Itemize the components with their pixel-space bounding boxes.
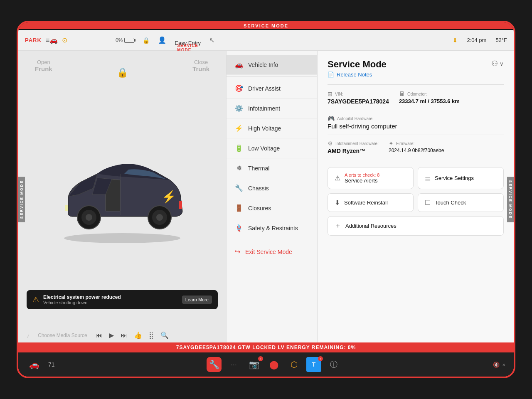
service-mode-top-banner: SERVICE MODE [18,22,514,29]
prev-track-button[interactable]: ⏮ [96,332,102,339]
service-settings-button[interactable]: ⚌ Service Settings [418,167,504,189]
menu-item-thermal[interactable]: ❄ Thermal [227,158,317,178]
document-icon: 📄 [328,71,334,78]
menu-item-low-voltage[interactable]: 🔋 Low Voltage [227,138,317,158]
menu-item-closures[interactable]: 🚪 Closures [227,198,317,218]
high-voltage-icon: ⚡ [235,124,243,132]
touch-check-button[interactable]: ☐ Touch Check [418,193,504,212]
infotainment-label: Infotainment [248,105,280,112]
media-controls: ⏮ ▶ ⏭ 👍 ⣿ 🔍 [96,331,169,339]
frunk-open-text: Open [35,59,52,65]
alerts-count: Alerts to check: 8 [345,172,379,177]
additional-resources-text: Additional Resources [345,223,397,229]
temp-display: 52°F [495,37,507,43]
svg-point-0 [64,233,180,243]
taskbar-center: 🔧 ··· 📷 ! ⬤ ⬡ T ! ⓘ [207,357,341,372]
taskbar-info-button[interactable]: ⓘ [326,357,341,372]
service-alerts-button[interactable]: ⚠ Alerts to check: 8 Service Alerts [328,167,414,189]
play-button[interactable]: ▶ [109,331,114,339]
menu-item-chassis[interactable]: 🔧 Chassis [227,178,317,198]
service-alerts-text: Alerts to check: 8 Service Alerts [345,172,379,184]
autopilot-block: 🎮 Autopilot Hardware: Full self-driving … [328,115,504,130]
exit-service-mode-button[interactable]: ↪ Exit Service Mode [227,242,317,261]
autopilot-label: 🎮 Autopilot Hardware: [328,115,504,122]
music-icon: ♪ [27,332,30,339]
touch-check-text: Touch Check [435,200,466,206]
vin-block: ⊞ VIN: 7SAYGDEE5PA178024 [328,91,389,105]
chassis-label: Chassis [248,185,269,192]
equalizer-button[interactable]: ⣿ [149,331,154,339]
firmware-icon: ✦ [389,140,394,147]
infotainment-icon: ⚙️ [235,104,243,112]
record-icon: ⬤ [269,360,278,369]
entry-icon: ↖ [209,36,214,44]
menu-item-safety-restraints[interactable]: 🪢 Safety & Restraints [227,218,317,238]
alert-banner: ⚠ Electrical system power reduced Vehicl… [27,290,218,309]
firmware-label: ✦ Firmware: [389,140,444,147]
driver-assist-label: Driver Assist [248,85,281,92]
taskbar-camera-button[interactable]: 📷 ! [246,357,261,372]
frunk-label: Open Frunk [35,59,52,72]
software-reinstall-text: Software Reinstall [344,200,388,206]
alerts-icon: ⚠ [335,174,340,182]
taskbar-wrench-button[interactable]: 🔧 [207,357,222,372]
vehicle-info-icon: 🚗 [235,61,243,69]
media-source-label: Choose Media Source [38,332,87,338]
mute-icon: 🔇 [493,362,500,368]
low-voltage-label: Low Voltage [248,145,280,152]
taskbar-record-button[interactable]: ⬤ [266,357,281,372]
service-mode-side-label-left: SERVICE MODE [18,177,25,222]
battery-indicator: 0% [116,37,134,43]
translate-button[interactable]: ⚇ ∨ [491,59,504,68]
info-icon: ⓘ [330,360,337,369]
vin-value: 7SAYGDEE5PA178024 [328,98,389,105]
service-settings-text: Service Settings [435,175,474,181]
search-button[interactable]: 🔍 [160,331,169,339]
left-panel: Open Frunk Close Trunk 🔒 [18,51,226,342]
battery-percent: 0% [116,37,123,43]
next-track-button[interactable]: ⏭ [121,332,127,339]
menu-item-driver-assist[interactable]: 🎯 Driver Assist [227,79,317,99]
trunk-text: Trunk [192,65,209,72]
high-voltage-label: High Voltage [248,125,281,132]
svg-point-7 [156,214,163,221]
camera-badge: ! [258,356,263,361]
battery-box [124,38,134,43]
taskbar-t-button[interactable]: T ! [306,357,321,372]
taskbar-car-icon[interactable]: 🚗 [27,357,42,372]
alert-sub: Vehicle shutting down [43,300,178,305]
top-bar: PARK ≡🚗 ⊙ 0% 🔒 👤 SERVICE MODE Easy Entry [18,30,514,51]
chassis-icon: 🔧 [235,184,243,192]
settings-icon: ⚌ [425,174,431,182]
car-display: ⚡ [43,138,201,255]
safety-restraints-label: Safety & Restraints [248,225,298,232]
service-alerts-label: Service Alerts [345,177,379,184]
lightning-bolt-icon: ⚡ [162,190,176,204]
trunk-close-text: Close [192,59,209,65]
release-notes-link[interactable]: 📄 Release Notes [328,71,504,78]
menu-item-high-voltage[interactable]: ⚡ High Voltage [227,118,317,138]
top-bar-center: 0% 🔒 👤 SERVICE MODE Easy Entry ↖ [72,34,258,46]
thumbs-up-button[interactable]: 👍 [134,331,142,339]
taskbar-layers-button[interactable]: ⬡ [286,357,301,372]
volume-control[interactable]: 🔇 × [493,362,505,368]
exit-label: Exit Service Mode [245,249,292,255]
svg-point-4 [86,214,92,221]
menu-item-infotainment[interactable]: ⚙️ Infotainment [227,99,317,118]
autopilot-value: Full self-driving computer [328,123,504,130]
thermal-icon: ❄ [235,164,243,172]
menu-item-vehicle-info[interactable]: 🚗 Vehicle Info [227,55,317,75]
vehicle-info-label: Vehicle Info [248,62,278,68]
right-panel: Service Mode ⚇ ∨ 📄 Release Notes [318,51,514,342]
svg-rect-8 [179,201,182,209]
vin-odometer-row: ⊞ VIN: 7SAYGDEE5PA178024 🖩 Odometer: 233… [328,91,504,105]
taskbar-dots-button[interactable]: ··· [227,357,241,372]
software-reinstall-button[interactable]: ⬇ Software Reinstall [328,193,414,212]
additional-resources-button[interactable]: ＋ Additional Resources [328,216,504,236]
lock-center-icon: 🔒 [117,67,128,78]
odometer-label: 🖩 Odometer: [399,91,460,97]
divider-mid [328,110,504,110]
menu-divider-2 [227,240,317,240]
learn-more-button[interactable]: Learn More [182,296,212,304]
alert-warning-icon: ⚠ [32,295,39,304]
